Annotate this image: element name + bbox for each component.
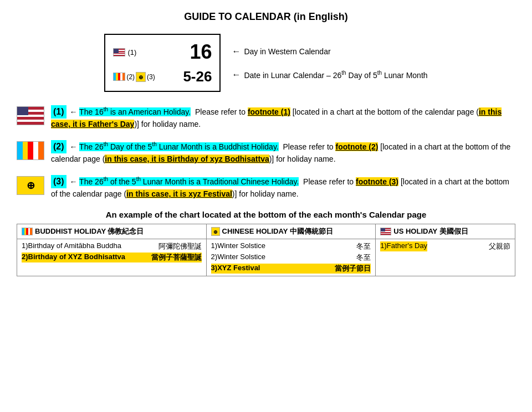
col-header-buddhist: BUDDHIST HOLIDAY 佛教紀念日	[17, 224, 207, 239]
exp3-num: (3)	[51, 175, 66, 188]
exp2-footnote: footnote (2)	[335, 142, 378, 151]
exp1-footnote: footnote (1)	[248, 107, 290, 116]
exp1-arrow: ←	[69, 107, 79, 116]
flag-buddhist-small	[113, 73, 125, 81]
col-us-label: US HOLIDAY 美國假日	[393, 226, 468, 236]
western-day: 16	[190, 40, 212, 64]
us-row1-name: 1)Father's Day	[380, 241, 427, 251]
explanation-1: (1) ← The 16th is an American Holiday. P…	[17, 105, 515, 130]
chinese-row2-name: 2)Winter Solstice	[211, 253, 265, 262]
flag-buddhist-large	[17, 141, 44, 160]
diagram-labels: ← Day in Western Calendar ← Date in Luna…	[232, 47, 427, 80]
col-chinese-label: CHINESE HOLIDAY 中國傳統節日	[222, 226, 333, 236]
flag-chinese-large: ⊕	[17, 176, 44, 195]
buddhist-row1-name: 1)Birthday of Amitābha Buddha	[22, 241, 121, 251]
chinese-row1-chinese: 冬至	[356, 241, 371, 251]
chinese-row-2: 2)Winter Solstice 冬至	[211, 253, 371, 262]
chart-data-row: 1)Birthday of Amitābha Buddha 阿彌陀佛聖誕 2)B…	[17, 239, 515, 276]
buddhist-row2-name: 2)Birthday of XYZ Bodhisattva	[22, 253, 125, 262]
lunar-date: 5-26	[183, 68, 212, 85]
exp2-main: The 26th Day of the 5th Lunar Month is a…	[79, 142, 279, 151]
exp3-footnote: footnote (3)	[356, 177, 398, 186]
explanation-2: (2) ← The 26th Day of the 5th Lunar Mont…	[17, 140, 515, 165]
th-flag-chinese: ⊕	[211, 227, 220, 236]
us-row-1: 1)Father's Day 父親節	[380, 241, 510, 251]
page-title: GUIDE TO CALENDAR (in English)	[17, 11, 515, 23]
buddhist-row-1: 1)Birthday of Amitābha Buddha 阿彌陀佛聖誕	[22, 241, 202, 251]
col-buddhist-label: BUDDHIST HOLIDAY 佛教紀念日	[35, 226, 144, 236]
chart-header-row: BUDDHIST HOLIDAY 佛教紀念日 ⊕ CHINESE HOLIDAY…	[17, 224, 515, 239]
footnote3-label: (3)	[147, 73, 155, 81]
th-flag-buddhist	[22, 228, 33, 235]
lunar-label: Date in Lunar Calendar – 26th Day of 5th…	[244, 70, 427, 80]
explanation-3: ⊕ (3) ← The 26th of the 5th Lunar Month …	[17, 175, 515, 200]
arrow-lunar: ←	[232, 70, 241, 80]
calendar-diagram: (1) 16 (2) ⊕ (3) 5-26	[17, 34, 515, 92]
exp2-arrow: ←	[69, 142, 79, 151]
exp1-main: The 16th is an American Holiday.	[79, 107, 191, 116]
chinese-row3-chinese: 當例子節日	[335, 264, 371, 274]
arrow-western: ←	[232, 47, 241, 56]
explanation-3-text: (3) ← The 26th of the 5th Lunar Month is…	[51, 175, 515, 200]
col-header-us: US HOLIDAY 美國假日	[376, 224, 515, 239]
chinese-row-1: 1)Winter Solstice 冬至	[211, 241, 371, 251]
buddhist-row2-chinese: 當例子菩薩聖誕	[151, 253, 202, 262]
chinese-row2-chinese: 冬至	[356, 253, 371, 262]
exp3-main: The 26th of the 5th Lunar Month is a Tra…	[79, 177, 299, 186]
buddhist-row-2: 2)Birthday of XYZ Bodhisattva 當例子菩薩聖誕	[22, 253, 202, 262]
exp1-num: (1)	[51, 105, 66, 119]
us-row1-chinese: 父親節	[489, 241, 510, 251]
calendar-box: (1) 16 (2) ⊕ (3) 5-26	[104, 34, 221, 92]
exp3-case: in this case, it is xyz Festival	[126, 189, 232, 198]
chinese-row-3: 3)XYZ Festival 當例子節日	[211, 264, 371, 274]
exp3-arrow: ←	[69, 177, 79, 186]
chart-title: An example of the chart located at the b…	[17, 210, 515, 219]
chinese-row1-name: 1)Winter Solstice	[211, 241, 265, 251]
col-header-chinese: ⊕ CHINESE HOLIDAY 中國傳統節日	[206, 224, 376, 239]
western-label: Day in Western Calendar	[244, 47, 330, 56]
flag-us-large	[17, 106, 44, 125]
exp2-case: in this case, it is Birthday of xyz Bodh…	[105, 154, 269, 163]
chinese-row3-name: 3)XYZ Festival	[211, 264, 260, 274]
holiday-chart: BUDDHIST HOLIDAY 佛教紀念日 ⊕ CHINESE HOLIDAY…	[17, 224, 515, 276]
buddhist-row1-chinese: 阿彌陀佛聖誕	[158, 241, 202, 251]
flag-chinese-small: ⊕	[136, 72, 146, 82]
footnote1-label: (1)	[127, 48, 136, 56]
explanation-2-text: (2) ← The 26th Day of the 5th Lunar Mont…	[51, 140, 515, 165]
footnote2-label: (2)	[126, 73, 135, 81]
flag-us-small	[113, 48, 125, 56]
chinese-col: 1)Winter Solstice 冬至 2)Winter Solstice 冬…	[206, 239, 376, 276]
explanation-1-text: (1) ← The 16th is an American Holiday. P…	[51, 105, 515, 130]
us-col: 1)Father's Day 父親節	[376, 239, 515, 276]
buddhist-col: 1)Birthday of Amitābha Buddha 阿彌陀佛聖誕 2)B…	[17, 239, 207, 276]
exp2-num: (2)	[51, 140, 66, 153]
th-flag-us	[380, 228, 391, 235]
